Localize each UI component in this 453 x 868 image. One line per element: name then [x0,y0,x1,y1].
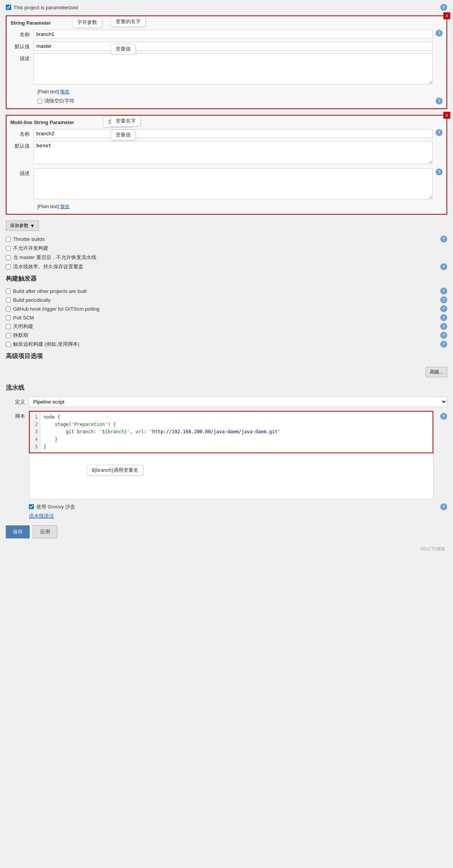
multiline-param-desc-textarea[interactable] [34,168,433,199]
throttle-builds-help[interactable]: ? [440,236,447,242]
build-periodically-help[interactable]: ? [440,296,447,303]
poll-scm-checkbox[interactable] [6,315,11,320]
pipeline-header: 流水线 [6,384,447,394]
line-2: 2 [32,421,38,428]
remote-build-row: 触发远程构建 (例如,使用脚本) ? [6,341,447,348]
github-hook-help[interactable]: ? [440,305,447,312]
build-periodically-checkbox[interactable] [6,298,11,303]
string-param-default-label: 默认值 [10,42,34,50]
disable-build-help[interactable]: ? [440,323,447,330]
disallow-concurrent-row: 不允许并发构建 [6,245,447,252]
build-after-help[interactable]: ? [440,288,447,294]
script-help[interactable]: ? [440,413,447,420]
string-param-close-btn[interactable]: X [443,12,450,19]
persist-settings-row: 流水线效率、持久保存设置覆盖 ? [6,263,447,270]
apply-button[interactable]: 应用 [33,525,57,538]
multiline-param-desc-help[interactable]: ? [436,168,443,175]
pipeline-definition-select[interactable]: Pipeline script [29,397,447,407]
multiline-param-default-textarea[interactable] [34,141,433,164]
string-param-trim-help[interactable]: ? [436,98,443,104]
parameterized-checkbox[interactable] [6,5,11,10]
quiet-period-checkbox[interactable] [6,333,11,338]
string-param-tooltip: 字符参数 [72,17,102,28]
poll-scm-help[interactable]: ? [440,314,447,321]
multiline-param-plaintext-row: [Plain text] 预览 [37,204,443,210]
code-line-2: stage('Preparation') { [44,421,429,428]
multiline-param-name-help[interactable]: ? [436,129,443,136]
poll-scm-row: Poll SCM ? [6,314,447,321]
string-param-block: String Parameter 字符参数 X 名称 变量的名字 ? 默认值 变… [6,15,447,109]
disable-build-label: 关闭构建 [13,323,33,330]
advanced-button[interactable]: 高级... [426,367,447,377]
no-restart-label: 当 master 重启后，不允许恢复流水线 [13,254,96,261]
github-hook-row: GitHub hook trigger for GITScm polling ? [6,305,447,312]
throttle-builds-checkbox[interactable] [6,237,11,242]
disallow-concurrent-checkbox[interactable] [6,246,11,251]
multiline-param-name-label: 名称 [10,129,34,138]
multiline-param-preview-link[interactable]: 预览 [60,204,69,209]
definition-label: 定义 [6,399,25,405]
multiline-param-title: Multi-line String Parameter [10,119,74,125]
build-periodically-label: Build periodically [13,297,51,303]
disable-build-checkbox[interactable] [6,324,11,329]
string-param-trim-label: 清除空白字符 [44,98,74,104]
build-after-row: Build after other projects are built ? [6,288,447,294]
script-row: 脚本 1 2 3 4 5 node { stage('Preparation')… [6,411,447,500]
string-param-name-tooltip: 变量的名字 [111,16,146,27]
line-5: 5 [32,443,38,451]
save-button[interactable]: 保存 [6,525,30,538]
build-after-checkbox[interactable] [6,289,11,294]
persist-settings-checkbox[interactable] [6,264,11,269]
github-hook-checkbox[interactable] [6,306,11,311]
string-param-name-help[interactable]: ? [436,30,443,37]
multiline-param-block: Multi-line String Parameter 文本参数 X 名称 变量… [6,115,447,215]
string-param-desc-textarea[interactable] [34,54,433,84]
advanced-project-header: 高级项目选项 [6,352,447,362]
no-restart-row: 当 master 重启后，不允许恢复流水线 [6,254,447,261]
string-param-trim-checkbox[interactable] [37,99,42,104]
line-4: 4 [32,436,38,443]
line-3: 3 [32,428,38,436]
pipeline-definition-row: 定义 Pipeline script [6,397,447,407]
string-param-default-input[interactable] [34,42,433,50]
parameterized-label: This project is parameterized [13,5,78,10]
groovy-sandbox-help[interactable]: ? [440,503,447,510]
disable-build-row: 关闭构建 ? [6,323,447,330]
pipeline-syntax-row: 流水线语法 [29,513,447,520]
string-param-name-label: 名称 [10,30,34,38]
multiline-param-name-tooltip: 变量名字 [111,116,141,126]
code-line-1: node { [44,414,429,421]
code-line-3: git branch: '${branch}', url: 'http://19… [44,428,429,436]
multiline-param-desc-label: 描述 [10,168,34,177]
build-after-label: Build after other projects are built [13,288,87,294]
no-restart-checkbox[interactable] [6,255,11,260]
string-param-name-input[interactable] [34,30,433,39]
code-content[interactable]: node { stage('Preparation') { git branch… [40,412,433,453]
advanced-btn-row: 高级... [6,365,447,379]
remote-build-checkbox[interactable] [6,342,11,347]
throttle-builds-label: Throttle builds [13,236,45,242]
pipeline-syntax-link[interactable]: 流水线语法 [29,513,54,519]
script-label: 脚本 [6,411,25,420]
script-extra-area[interactable] [29,453,433,500]
line-numbers: 1 2 3 4 5 [30,412,40,453]
poll-scm-label: Poll SCM [13,315,34,321]
parameterized-help-icon[interactable]: ? [440,4,447,11]
groovy-sandbox-checkbox[interactable] [29,504,34,509]
string-param-title: String Parameter [10,20,51,26]
github-hook-label: GitHub hook trigger for GITScm polling [13,306,99,312]
multiline-param-close-btn[interactable]: X [443,112,450,119]
groovy-row: 使用 Groovy 沙盒 ? 流水线语法 [29,503,447,520]
bottom-buttons: 保存 应用 [6,525,447,546]
remote-build-help[interactable]: ? [440,341,447,348]
persist-settings-label: 流水线效率、持久保存设置覆盖 [13,263,83,270]
disallow-concurrent-label: 不允许并发构建 [13,245,48,252]
string-param-trim-row: 清除空白字符 ? [37,98,443,104]
string-param-preview-link[interactable]: 预览 [60,89,69,94]
multiline-param-name-input[interactable] [34,129,433,138]
persist-settings-help[interactable]: ? [440,263,447,270]
string-param-desc-label: 描述 [10,54,34,62]
line-1: 1 [32,414,38,421]
quiet-period-help[interactable]: ? [440,332,447,339]
add-params-button[interactable]: 添加参数 ▼ [6,220,39,231]
